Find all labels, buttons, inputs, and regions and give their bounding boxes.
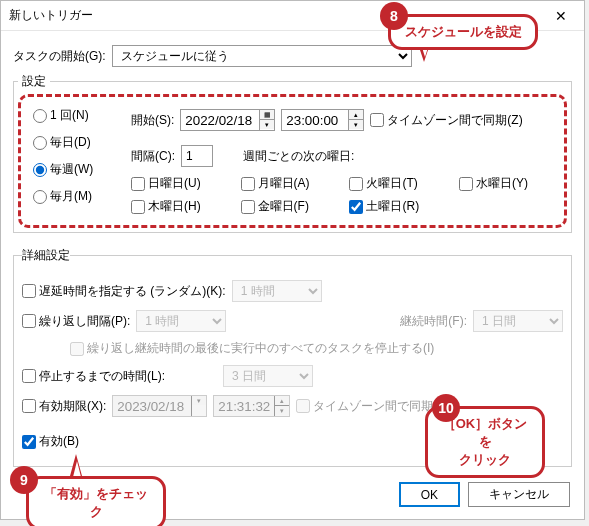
- start-time-input[interactable]: ▴▾: [281, 109, 364, 131]
- spin-down-icon[interactable]: ▾: [349, 120, 363, 129]
- calendar-icon[interactable]: ▦: [260, 110, 274, 120]
- ok-button[interactable]: OK: [399, 482, 460, 507]
- freq-once[interactable]: 1 回(N): [33, 107, 119, 124]
- delay-select: 1 時間: [232, 280, 322, 302]
- task-start-label: タスクの開始(G):: [13, 48, 106, 65]
- day-mon[interactable]: 月曜日(A): [241, 175, 336, 192]
- day-fri[interactable]: 金曜日(F): [241, 198, 336, 215]
- badge-8: 8: [380, 2, 408, 30]
- schedule-highlight: 1 回(N) 毎日(D) 毎週(W) 毎月(M) 開始(S): ▦▾: [18, 94, 567, 228]
- badge-9: 9: [10, 466, 38, 494]
- freq-daily[interactable]: 毎日(D): [33, 134, 119, 151]
- spin-up-icon[interactable]: ▴: [349, 110, 363, 120]
- start-date-input[interactable]: ▦▾: [180, 109, 275, 131]
- badge-10: 10: [432, 394, 460, 422]
- cancel-button[interactable]: キャンセル: [468, 482, 570, 507]
- day-tue[interactable]: 火曜日(T): [349, 175, 445, 192]
- freq-monthly[interactable]: 毎月(M): [33, 188, 119, 205]
- settings-group: 設定 1 回(N) 毎日(D) 毎週(W) 毎月(M) 開始(S): ▦▾: [13, 73, 572, 233]
- close-icon[interactable]: ✕: [546, 2, 576, 30]
- callout-9-pointer: [70, 454, 82, 476]
- start-label: 開始(S):: [131, 112, 174, 129]
- repeat-select: 1 時間: [136, 310, 226, 332]
- advanced-legend: 詳細設定: [22, 247, 70, 264]
- expire-tz-checkbox: タイムゾーン間で同期: [296, 398, 433, 415]
- weekdays-label: 週間ごとの次の曜日:: [243, 148, 354, 165]
- tz-sync-checkbox[interactable]: タイムゾーン間で同期(Z): [370, 112, 522, 129]
- expire-checkbox[interactable]: 有効期限(X):: [22, 398, 106, 415]
- settings-legend: 設定: [18, 73, 50, 90]
- expire-time-input: ▴▾: [213, 395, 290, 417]
- callout-9: 「有効」をチェック: [26, 476, 166, 526]
- duration-select: 1 日間: [473, 310, 563, 332]
- chevron-down-icon[interactable]: ▾: [260, 120, 274, 129]
- footer-buttons: OK キャンセル: [399, 482, 570, 507]
- enabled-checkbox[interactable]: 有効(B): [22, 433, 79, 450]
- day-thu[interactable]: 木曜日(H): [131, 198, 227, 215]
- stop-repeat-checkbox: 繰り返し継続時間の最後に実行中のすべてのタスクを停止する(I): [70, 340, 434, 357]
- interval-input[interactable]: [181, 145, 213, 167]
- task-start-select[interactable]: スケジュールに従う: [112, 45, 412, 67]
- interval-label: 間隔(C):: [131, 148, 175, 165]
- day-sun[interactable]: 日曜日(U): [131, 175, 227, 192]
- spin-up-icon: ▴: [275, 396, 289, 406]
- chevron-down-icon: ▾: [192, 396, 206, 405]
- frequency-options: 1 回(N) 毎日(D) 毎週(W) 毎月(M): [31, 103, 121, 209]
- duration-label: 継続時間(F):: [400, 313, 467, 330]
- window-title: 新しいトリガー: [9, 7, 93, 24]
- stop-after-checkbox[interactable]: 停止するまでの時間(L):: [22, 368, 165, 385]
- delay-checkbox[interactable]: 遅延時間を指定する (ランダム)(K):: [22, 283, 226, 300]
- spin-down-icon: ▾: [275, 406, 289, 415]
- stop-after-select: 3 日間: [223, 365, 313, 387]
- callout-8: スケジュールを設定: [388, 14, 538, 50]
- day-sat[interactable]: 土曜日(R): [349, 198, 445, 215]
- day-wed[interactable]: 水曜日(Y): [459, 175, 554, 192]
- repeat-checkbox[interactable]: 繰り返し間隔(P):: [22, 313, 130, 330]
- weekday-grid: 日曜日(U) 月曜日(A) 火曜日(T) 水曜日(Y) 木曜日(H) 金曜日(F…: [131, 175, 554, 215]
- expire-date-input: ▾: [112, 395, 207, 417]
- freq-weekly[interactable]: 毎週(W): [33, 161, 119, 178]
